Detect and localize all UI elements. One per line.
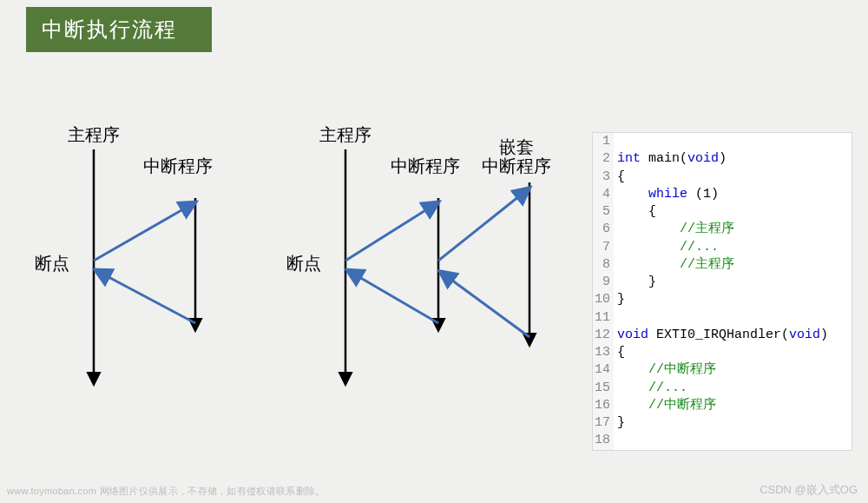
return-from-nested <box>442 273 529 337</box>
line-number: 4 <box>593 186 614 203</box>
label-main-2: 主程序 <box>319 125 372 144</box>
label-isr-2: 中断程序 <box>391 156 460 175</box>
line-number: 9 <box>593 274 614 291</box>
jump-to-nested <box>438 189 528 261</box>
line-number: 13 <box>593 344 614 361</box>
line-number: 14 <box>593 361 614 379</box>
interrupt-flow-diagram: 主程序 中断程序 断点 主程序 中断程序 嵌套 中断程序 断点 <box>26 122 564 400</box>
code-line: 6 //主程序 <box>593 221 852 238</box>
line-number: 7 <box>593 239 614 256</box>
label-isr-1: 中断程序 <box>143 156 213 175</box>
code-line: 5 { <box>593 203 852 221</box>
code-line: 8 //主程序 <box>593 256 852 274</box>
line-number: 17 <box>593 414 614 432</box>
code-line: 12void EXTI0_IRQHandler(void) <box>593 327 852 344</box>
code-line: 4 while (1) <box>593 186 852 203</box>
line-number: 1 <box>593 133 614 150</box>
return-from-isr-1 <box>97 271 195 323</box>
line-number: 6 <box>593 221 614 238</box>
line-number: 11 <box>593 309 614 327</box>
code-line: 10} <box>593 291 852 308</box>
line-number: 3 <box>593 169 614 186</box>
line-number: 15 <box>593 380 614 397</box>
label-nested-line1: 嵌套 <box>499 137 534 156</box>
code-line: 18 <box>593 432 852 449</box>
watermark-right: CSDN @嵌入式OG <box>760 482 858 498</box>
code-line: 1 <box>593 133 852 150</box>
code-line: 7 //... <box>593 239 852 256</box>
line-number: 2 <box>593 150 614 168</box>
label-bp-1: 断点 <box>35 254 69 273</box>
line-number: 16 <box>593 397 614 414</box>
line-number: 5 <box>593 203 614 221</box>
line-number: 10 <box>593 291 614 308</box>
code-snippet: 1 2int main(void) 3{ 4 while (1) 5 { 6 /… <box>592 132 852 451</box>
return-from-isr-2 <box>349 271 438 323</box>
line-number: 8 <box>593 256 614 274</box>
watermark-left: www.toymoban.com 网络图片仅供展示，不存储，如有侵权请联系删除。 <box>7 485 325 498</box>
label-bp-2: 断点 <box>286 254 321 273</box>
code-line: 16 //中断程序 <box>593 397 852 414</box>
code-line: 13{ <box>593 344 852 361</box>
page-title: 中断执行流程 <box>26 7 212 52</box>
code-line: 3{ <box>593 169 852 186</box>
code-line: 14 //中断程序 <box>593 361 852 379</box>
code-line: 9 } <box>593 274 852 291</box>
line-number: 12 <box>593 327 614 344</box>
jump-to-isr-1 <box>94 203 194 261</box>
line-number: 18 <box>593 432 614 449</box>
code-line: 11 <box>593 309 852 327</box>
code-line: 2int main(void) <box>593 150 852 168</box>
jump-to-isr-2 <box>345 203 437 261</box>
label-nested-line2: 中断程序 <box>482 156 551 175</box>
label-main-1: 主程序 <box>68 125 120 144</box>
code-line: 17} <box>593 414 852 432</box>
code-line: 15 //... <box>593 380 852 397</box>
